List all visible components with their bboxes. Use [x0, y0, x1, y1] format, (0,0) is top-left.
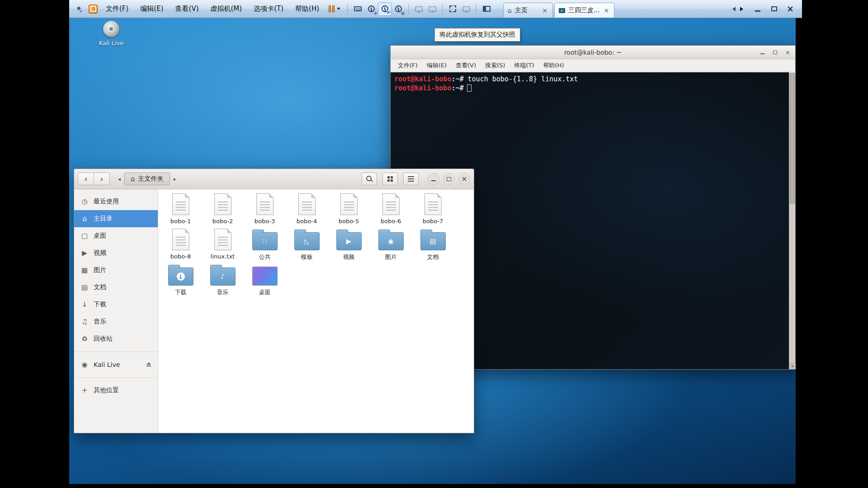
pin-toolbar-button[interactable] — [73, 2, 86, 16]
sidebar-item-trash[interactable]: ♻回收站 — [74, 330, 158, 347]
forward-button[interactable]: › — [94, 173, 110, 185]
sidebar-item-image[interactable]: ▦图片 — [74, 262, 158, 279]
file-item[interactable]: ∷公共 — [244, 226, 286, 262]
file-item-label: 文档 — [427, 253, 439, 261]
file-item[interactable]: linux.txt — [202, 226, 244, 262]
terminal-close-button[interactable]: × — [783, 49, 792, 56]
file-icon-box — [172, 191, 189, 217]
sidebar-item-download[interactable]: ↓下载 — [74, 296, 158, 313]
close-icon: × — [787, 5, 794, 13]
vmware-menu-5[interactable]: 帮助(H) — [289, 2, 325, 15]
breadcrumb-right-icon[interactable]: ▸ — [170, 173, 180, 185]
eject-icon[interactable] — [146, 362, 151, 367]
sidebar-item-clock[interactable]: ◷最近使用 — [74, 193, 158, 210]
file-item[interactable]: bobo-5 — [328, 191, 370, 226]
file-icon-box — [172, 226, 189, 253]
vmware-logo-button[interactable] — [86, 2, 100, 16]
fm-minimize-button[interactable] — [428, 173, 439, 185]
scrollbar-thumb[interactable] — [790, 73, 795, 204]
file-manager-window-controls: × — [428, 173, 470, 185]
sidebar-item-label: 回收站 — [94, 335, 113, 343]
file-item[interactable]: ▶视频 — [328, 226, 370, 262]
file-item-label: bobo-4 — [297, 218, 317, 225]
terminal-menu-3[interactable]: 搜索(S) — [481, 60, 509, 71]
fm-close-button[interactable]: × — [458, 173, 470, 185]
breadcrumb: ◂ ⌂ 主文件夹 ▸ — [114, 173, 180, 185]
sidebar-item-document[interactable]: ▤文档 — [74, 279, 158, 296]
sidebar-item-label: 下载 — [94, 300, 106, 309]
vm-tab-1[interactable]: 三四三皮...× — [554, 3, 614, 18]
terminal-maximize-button[interactable] — [771, 49, 779, 56]
file-item[interactable]: ▤文档 — [412, 226, 454, 262]
home-icon: ⌂ — [508, 7, 512, 14]
file-item[interactable]: ↓下载 — [160, 262, 202, 297]
file-item[interactable]: bobo-6 — [370, 191, 412, 226]
send-ctrl-alt-del-button[interactable] — [351, 2, 364, 16]
back-button[interactable]: ‹ — [78, 173, 94, 185]
vmware-menu-1[interactable]: 编辑(E) — [134, 2, 169, 15]
terminal-menu-2[interactable]: 查看(V) — [451, 60, 481, 71]
tab-scroll-left-icon[interactable] — [732, 7, 736, 11]
text-file-icon — [340, 193, 358, 215]
vmware-menu-2[interactable]: 查看(V) — [170, 2, 205, 15]
library-toggle-button[interactable] — [480, 2, 493, 16]
vmware-menu-3[interactable]: 虚拟机(M) — [205, 2, 248, 15]
terminal-menu-1[interactable]: 编辑(E) — [422, 60, 451, 71]
maximize-icon — [771, 6, 777, 11]
sidebar-item-home[interactable]: ⌂主目录 — [74, 210, 158, 227]
search-button[interactable] — [362, 173, 377, 185]
toolbar-separator — [408, 4, 409, 14]
vmware-menu-0[interactable]: 文件(F) — [100, 2, 134, 15]
history-nav: ‹ › — [78, 173, 110, 185]
tab-label: 主页 — [515, 6, 528, 14]
tab-close-icon[interactable]: × — [541, 7, 548, 14]
terminal-minimize-button[interactable] — [758, 49, 766, 56]
folder-icon: ▤ — [420, 232, 446, 250]
file-item[interactable]: ♪音乐 — [202, 262, 244, 297]
document-emblem-icon: ▤ — [429, 238, 436, 245]
file-item[interactable]: 桌面 — [244, 262, 286, 297]
file-item[interactable]: bobo-8 — [160, 226, 202, 262]
scrollbar-down-stepper[interactable] — [789, 363, 796, 369]
sidebar-item-music[interactable]: ♫音乐 — [74, 313, 158, 330]
sidebar-item-video[interactable]: ▶视频 — [74, 244, 158, 262]
fullscreen-button[interactable] — [446, 2, 459, 16]
file-item[interactable]: bobo-1 — [160, 191, 202, 226]
folder-icon: ▶ — [336, 232, 362, 250]
maximize-button[interactable] — [766, 3, 782, 15]
close-button[interactable]: × — [782, 3, 798, 15]
fm-maximize-button[interactable] — [443, 173, 455, 185]
vm-tab-0[interactable]: ⌂主页× — [503, 3, 553, 18]
terminal-scrollbar[interactable] — [789, 72, 795, 369]
terminal-menu-4[interactable]: 终端(T) — [509, 60, 538, 71]
folder-icon: ↓ — [168, 267, 193, 286]
file-icon-box — [256, 191, 274, 217]
terminal-menu-5[interactable]: 帮助(H) — [539, 60, 569, 71]
file-item[interactable]: bobo-3 — [244, 191, 286, 226]
sidebar-item-desktop[interactable]: ▢桌面 — [74, 227, 158, 244]
sidebar-item-disc[interactable]: ◉Kali Live — [74, 356, 158, 373]
file-item[interactable]: bobo-7 — [412, 191, 454, 226]
menu-button[interactable] — [403, 173, 419, 185]
tab-close-icon[interactable]: × — [603, 7, 610, 14]
file-item[interactable]: bobo-4 — [286, 191, 328, 226]
desktop-icon-kali-live[interactable]: Kali Live — [91, 21, 132, 47]
file-item[interactable]: ◺模板 — [286, 226, 328, 262]
sidebar-item-plus[interactable]: +其他位置 — [74, 382, 158, 399]
pause-vm-button[interactable] — [325, 4, 344, 14]
minimize-button[interactable] — [750, 3, 766, 15]
breadcrumb-home-button[interactable]: ⌂ 主文件夹 — [124, 173, 170, 185]
take-snapshot-button[interactable]: + — [364, 2, 378, 16]
file-item[interactable]: bobo-2 — [202, 191, 244, 226]
revert-snapshot-button[interactable]: ↶ — [378, 2, 392, 16]
vmware-menu-4[interactable]: 选项卡(T) — [248, 2, 289, 15]
snapshot-manager-button[interactable]: ≡ — [392, 2, 405, 16]
file-item[interactable]: ◉图片 — [370, 226, 412, 262]
tab-scroll-right-icon[interactable] — [740, 7, 743, 11]
terminal-titlebar[interactable]: root@kali-bobo: ~ × — [391, 46, 795, 59]
breadcrumb-left-icon[interactable]: ◂ — [114, 173, 124, 185]
thumbnail-icon — [429, 6, 436, 12]
terminal-menu-0[interactable]: 文件(F) — [393, 60, 422, 71]
file-item-label: 模板 — [301, 253, 313, 261]
view-toggle-button[interactable] — [382, 173, 398, 185]
